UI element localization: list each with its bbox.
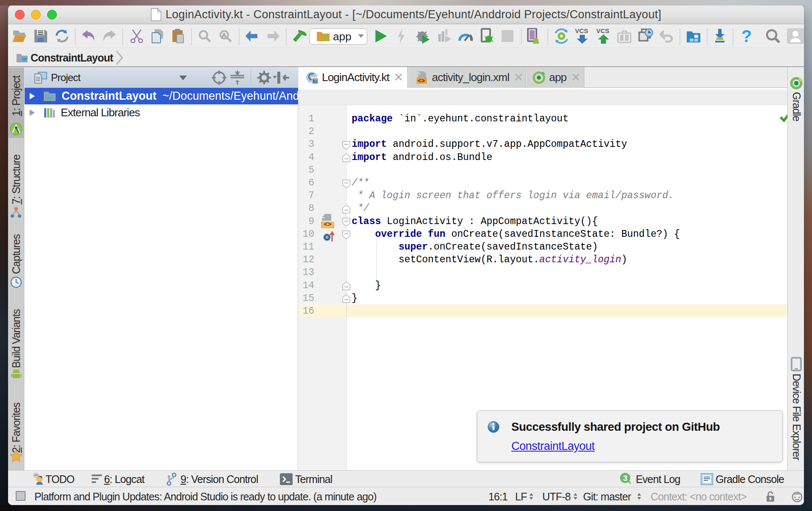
svg-text:<>: <> — [418, 78, 425, 84]
svg-text:A: A — [222, 31, 226, 39]
svg-text:VCS: VCS — [596, 28, 609, 34]
svg-text:3: 3 — [623, 474, 628, 483]
svg-text:VCS: VCS — [575, 28, 588, 34]
